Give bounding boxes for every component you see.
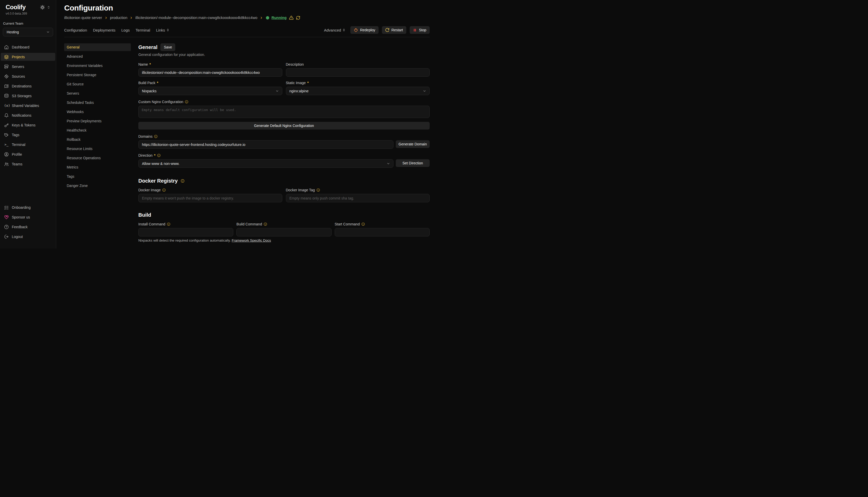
status-dot: [266, 16, 269, 19]
info-icon: [157, 154, 161, 157]
sidebar-item-tags[interactable]: Tags: [1, 131, 55, 139]
submenu-item-advanced[interactable]: Advanced: [64, 53, 131, 60]
map-icon: [4, 84, 9, 88]
tab-deployments[interactable]: Deployments: [93, 28, 115, 32]
sidebar-item-onboarding[interactable]: Onboarding: [1, 203, 55, 211]
restart-button[interactable]: Restart: [382, 26, 406, 34]
sidebar-item-teams[interactable]: Teams: [1, 160, 55, 168]
app-version: v4.0.0-beta.399: [0, 11, 56, 16]
description-input[interactable]: [286, 68, 430, 77]
sidebar-item-terminal[interactable]: >_ Terminal: [1, 141, 55, 148]
section-title-docker-registry: Docker Registry: [138, 178, 178, 184]
current-team-label: Current Team: [0, 22, 56, 26]
chevron-right-icon: [260, 16, 263, 19]
theme-sun-icon[interactable]: [40, 5, 45, 10]
framework-docs-link[interactable]: Framework Specific Docs: [232, 239, 271, 242]
team-select[interactable]: Hosting: [3, 28, 53, 37]
team-select-value: Hosting: [7, 30, 19, 34]
tab-terminal[interactable]: Terminal: [136, 28, 150, 32]
theme-switcher-chevrons-icon[interactable]: [47, 6, 50, 9]
submenu-item-healthcheck[interactable]: Healthcheck: [64, 126, 131, 134]
submenu-item-persistent-storage[interactable]: Persistent Storage: [64, 71, 131, 79]
domains-input[interactable]: [138, 140, 394, 149]
sidebar-item-shared-variables[interactable]: (x) Shared Variables: [1, 102, 55, 110]
breadcrumb-environment[interactable]: production: [110, 16, 127, 20]
status-badge[interactable]: Running: [272, 16, 287, 20]
sidebar-item-feedback[interactable]: Feedback: [1, 223, 55, 231]
info-icon: [162, 188, 166, 192]
redeploy-button[interactable]: Redeploy: [350, 26, 378, 34]
sidebar-item-logout[interactable]: Logout: [1, 232, 55, 241]
name-input[interactable]: [138, 68, 282, 77]
warning-triangle-icon[interactable]: [289, 15, 294, 20]
submenu-item-tags[interactable]: Tags: [64, 173, 131, 180]
main-area: Configuration illicitonion quote server …: [56, 0, 434, 248]
static-image-field-group: Static Image* nginx:alpine: [286, 80, 430, 95]
advanced-dropdown[interactable]: Advanced: [324, 28, 345, 32]
info-icon: [181, 179, 184, 183]
docker-image-tag-field-group: Docker Image Tag: [286, 187, 430, 202]
tabbar: Configuration Deployments Logs Terminal …: [64, 26, 430, 34]
tab-configuration[interactable]: Configuration: [64, 28, 87, 32]
start-command-input[interactable]: [335, 228, 430, 237]
key-icon: [4, 123, 9, 127]
tab-logs[interactable]: Logs: [121, 28, 130, 32]
chevron-down-icon: [46, 30, 50, 34]
submenu-item-git-source[interactable]: Git Source: [64, 80, 131, 88]
submenu-item-rollback[interactable]: Rollback: [64, 136, 131, 143]
docker-image-tag-input[interactable]: [286, 194, 430, 202]
sidebar-item-profile[interactable]: Profile: [1, 150, 55, 158]
refresh-icon[interactable]: [296, 16, 300, 20]
submenu-item-preview-deployments[interactable]: Preview Deployments: [64, 117, 131, 125]
info-icon: [185, 100, 188, 104]
submenu-item-metrics[interactable]: Metrics: [64, 164, 131, 171]
config-submenu: General Advanced Environment Variables P…: [64, 43, 131, 248]
sidebar-item-sponsor-us[interactable]: Sponsor us: [1, 213, 55, 221]
submenu-item-resource-limits[interactable]: Resource Limits: [64, 145, 131, 153]
breadcrumb-application[interactable]: illicitestonion/-module--decomposition:m…: [135, 16, 258, 20]
save-button[interactable]: Save: [161, 43, 175, 51]
install-command-input[interactable]: [138, 228, 233, 237]
static-image-select[interactable]: nginx:alpine: [286, 87, 430, 95]
sidebar-item-servers[interactable]: Servers: [1, 62, 55, 71]
breadcrumb-project[interactable]: illicitonion quote server: [64, 16, 102, 20]
direction-field-group: Direction* Allow www & non-www. Set Dire…: [138, 153, 430, 168]
sidebar-item-keys-tokens[interactable]: Keys & Tokens: [1, 121, 55, 129]
sidebar-item-dashboard[interactable]: Dashboard: [1, 43, 55, 51]
submenu-item-scheduled-tasks[interactable]: Scheduled Tasks: [64, 99, 131, 106]
description-field-group: Description: [286, 62, 430, 77]
sidebar-item-notifications[interactable]: Notifications: [1, 111, 55, 119]
sidebar-item-s3-storages[interactable]: S3 Storages: [1, 92, 55, 100]
required-asterisk: *: [149, 62, 151, 67]
sidebar-item-projects[interactable]: Projects: [1, 53, 55, 61]
variables-icon: (x): [4, 104, 9, 108]
sidebar-nav: Dashboard Projects Servers Sources Desti…: [0, 43, 56, 170]
terminal-icon: >_: [4, 143, 9, 146]
tab-links[interactable]: Links: [156, 28, 169, 32]
submenu-item-danger-zone[interactable]: Danger Zone: [64, 182, 131, 189]
set-direction-button[interactable]: Set Direction: [396, 159, 430, 167]
custom-nginx-textarea[interactable]: [138, 106, 430, 118]
submenu-item-general[interactable]: General: [64, 43, 131, 51]
domains-field-group: Domains Generate Domain: [138, 134, 430, 149]
sidebar-item-sources[interactable]: Sources: [1, 72, 55, 80]
bell-icon: [4, 113, 9, 118]
build-pack-select[interactable]: Nixpacks: [138, 87, 282, 95]
generate-domain-button[interactable]: Generate Domain: [396, 140, 430, 148]
submenu-item-webhooks[interactable]: Webhooks: [64, 108, 131, 116]
info-icon: [154, 134, 157, 138]
direction-select[interactable]: Allow www & non-www.: [138, 159, 394, 168]
generate-nginx-button[interactable]: Generate Default Nginx Configuration: [138, 122, 430, 129]
submenu-item-servers[interactable]: Servers: [64, 89, 131, 97]
stop-button[interactable]: Stop: [410, 26, 430, 34]
build-command-input[interactable]: [236, 228, 331, 237]
submenu-item-environment-variables[interactable]: Environment Variables: [64, 62, 131, 70]
docker-image-input[interactable]: [138, 194, 282, 202]
submenu-item-resource-operations[interactable]: Resource Operations: [64, 154, 131, 162]
redeploy-icon: [354, 28, 358, 32]
breadcrumb: illicitonion quote server production ill…: [64, 15, 430, 20]
user-icon: [4, 152, 9, 157]
sidebar-item-destinations[interactable]: Destinations: [1, 82, 55, 90]
chevron-right-icon: [105, 16, 108, 19]
stop-pause-icon: [413, 28, 417, 32]
